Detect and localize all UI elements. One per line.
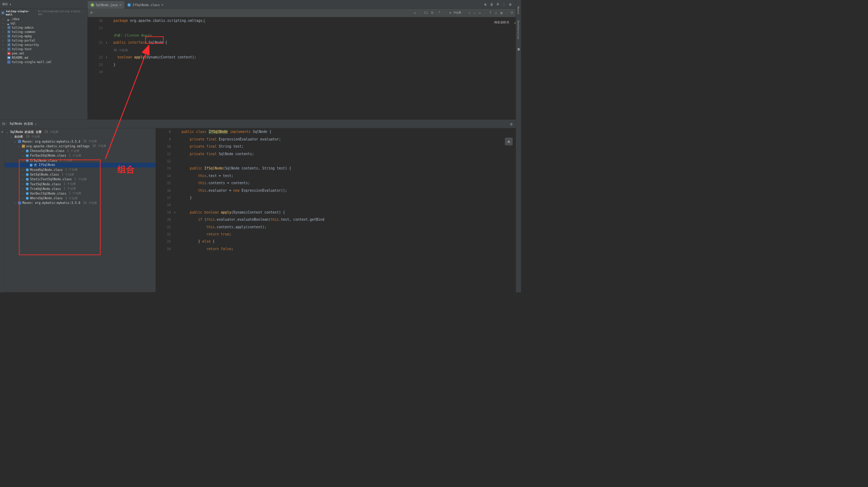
words-icon[interactable]: W <box>431 11 433 15</box>
tree-item[interactable]: ›▃.idea <box>0 17 87 21</box>
result-node[interactable]: ›CWhereSqlNode.class1 个结果 <box>6 196 156 201</box>
editor-ifsqlnode[interactable]: 8910111213141516171819⬆2021222324 public… <box>156 128 521 292</box>
java-file-icon: J <box>91 3 94 7</box>
tree-item-label: .idea <box>10 17 19 21</box>
settings-icon[interactable]: ⚲ <box>511 11 513 15</box>
add-selection-icon[interactable]: ⤒ <box>489 11 492 15</box>
result-node[interactable]: ›CStaticTextSqlNode.class1 个结果 <box>6 177 156 182</box>
reader-mode-label[interactable]: 阅读器模式 <box>494 20 509 24</box>
select-all-icon[interactable]: ▭ <box>479 11 481 15</box>
restservices-tool[interactable]: RestServices <box>517 21 520 39</box>
folder-icon: ▃ <box>7 22 9 25</box>
annotation-label: 组合 <box>117 163 135 175</box>
tree-item[interactable]: ›▢tuling-portal <box>0 38 87 43</box>
folder-icon: ▃ <box>7 17 9 20</box>
module-icon: ▢ <box>7 47 10 51</box>
result-node[interactable]: ›CTrimSqlNode.class1 个结果 <box>6 186 156 191</box>
project-root[interactable]: ▢ tuling-single-mall D:\TuLingCode\tulin… <box>0 9 87 17</box>
tree-item-label: sql <box>10 22 16 25</box>
code-area[interactable]: public class IfSqlNode implements SqlNod… <box>173 128 324 292</box>
toggle-icon[interactable]: ⤓ <box>495 11 497 15</box>
result-node[interactable]: ⌄CIfSqlNode.class1 个结果 <box>6 158 156 163</box>
override-gutter-icon[interactable]: ⬆ <box>174 209 175 216</box>
tree-item-label: tuling-mpbg <box>12 34 32 38</box>
module-icon: ▢ <box>7 30 10 33</box>
implements-gutter-icon[interactable]: ⬇ <box>106 54 107 61</box>
close-icon[interactable]: × <box>35 122 37 125</box>
class-icon: C <box>26 197 29 200</box>
package-icon <box>22 145 25 148</box>
project-root-path: D:\TuLingCode\tuling-single-mal <box>38 10 86 16</box>
module-icon: ▢ <box>7 39 10 42</box>
tree-item[interactable]: tuling-single-mall.iml <box>0 60 87 64</box>
find-toolbar: Q⁺ ↻ | Cc W .* 0 个结果 ↑ ↓ ▭ | ⤒ ⤓ ▦ | ⚲ ▼… <box>88 9 521 17</box>
implements-gutter-icon[interactable]: ⬇ <box>106 39 107 46</box>
project-dropdown[interactable]: 项目 ▾ <box>0 2 13 6</box>
tab-ifsqlnode-class[interactable]: C IfSqlNode.class × <box>124 1 167 9</box>
tree-item[interactable]: ›▢tuling-security <box>0 43 87 47</box>
redo-icon[interactable]: ↻ <box>414 11 416 15</box>
result-node[interactable]: ⌄未分类20 个结果 <box>6 134 156 139</box>
close-icon[interactable]: × <box>119 3 121 7</box>
result-node[interactable]: ⌄Maven: org.mybatis:mybatis:3.5.410 个结果 <box>6 139 156 144</box>
tree-item[interactable]: ›▢tuling-admin <box>0 25 87 30</box>
project-label: 项目 <box>2 2 8 6</box>
library-icon <box>18 201 21 204</box>
result-count: 0 个结果 <box>449 11 461 15</box>
file-icon <box>7 60 10 63</box>
tree-item-label: tuling-admin <box>12 26 34 29</box>
usages-results-panel: < ⌄SqlNode 的实现 位置20 个结果⌄未分类20 个结果⌄Maven:… <box>0 128 156 292</box>
class-icon: C <box>26 149 29 152</box>
right-toolstrip: Maven RestServices 数据库 <box>516 0 521 292</box>
result-node[interactable]: ⌄org.apache.ibatis.scripting.xmltags10 个… <box>6 144 156 148</box>
tree-item[interactable]: ›▢tuling-mpbg <box>0 34 87 38</box>
result-node[interactable]: ⌄SqlNode 的实现 位置20 个结果 <box>6 130 156 134</box>
module-icon: ▢ <box>1 11 5 14</box>
module-icon: ▢ <box>7 26 10 29</box>
result-node[interactable]: ›CVarDeclSqlNode.class1 个结果 <box>6 191 156 196</box>
result-node[interactable]: ›Maven: org.mybatis:mybatis:3.5.610 个结果 <box>6 201 156 205</box>
library-icon <box>18 140 21 143</box>
project-tool-icons: ⊕ ≣ ≚ | ⚙ — <box>481 2 521 6</box>
code-area[interactable]: package org.apache.ibatis.scripting.xmlt… <box>105 17 205 112</box>
chevron-down-icon: ▾ <box>9 3 11 6</box>
close-icon[interactable]: × <box>161 3 164 7</box>
class-icon: C <box>26 192 29 195</box>
back-icon[interactable]: < <box>0 130 5 134</box>
result-node[interactable]: ›CTextSqlNode.class1 个结果 <box>6 182 156 186</box>
tree-item-label: tuling-single-mall.iml <box>12 60 52 64</box>
class-icon: C <box>30 164 33 167</box>
project-root-name: tuling-single-mall <box>6 9 36 16</box>
result-node[interactable]: ›CForEachSqlNode.class1 个结果 <box>6 153 156 158</box>
target-icon[interactable]: ⊕ <box>484 2 487 6</box>
find-prefix: 找: <box>2 122 7 126</box>
tree-item-label: README.md <box>12 56 28 59</box>
tree-item[interactable]: ›▃sql <box>0 21 87 25</box>
gear-icon[interactable]: ⚙ <box>509 2 512 6</box>
tree-item[interactable]: ›▢tuling-test <box>0 47 87 51</box>
tree-item[interactable]: mpom.xml <box>0 51 87 56</box>
collapse-icon[interactable]: ≚ <box>497 2 499 6</box>
tab-label: SqlNode.java <box>96 3 118 7</box>
tree-item-label: tuling-portal <box>12 39 35 42</box>
editor-sqlnode[interactable]: 1617 21⬇ 22⬇2324 package org.apache.ibat… <box>88 17 521 112</box>
search-icon[interactable]: Q⁺ <box>90 11 93 14</box>
class-icon: C <box>26 168 29 171</box>
regex-icon[interactable]: .* <box>436 11 440 15</box>
result-node[interactable]: ›CChooseSqlNode.class1 个结果 <box>6 149 156 153</box>
match-case-icon[interactable]: Cc <box>424 11 428 15</box>
prev-icon[interactable]: ↑ <box>468 11 471 15</box>
next-icon[interactable]: ↓ <box>473 11 476 15</box>
tree-item[interactable]: MDREADME.md <box>0 56 87 60</box>
top-toolbar: 项目 ▾ ⊕ ≣ ≚ | ⚙ — <box>0 0 521 9</box>
tree-item-label: tuling-common <box>12 30 35 34</box>
tree-icon[interactable]: ≣ <box>491 2 493 6</box>
gear-icon[interactable]: ⚙ <box>510 121 513 126</box>
tab-sqlnode-java[interactable]: J SqlNode.java × <box>88 1 124 9</box>
filter-a-icon[interactable]: ▦ <box>500 11 502 15</box>
class-icon: C <box>26 159 29 162</box>
tree-item[interactable]: ›▢tuling-common <box>0 30 87 34</box>
find-tab-title[interactable]: SqlNode 的实现 <box>10 122 33 126</box>
maven-tool[interactable]: Maven <box>517 6 520 14</box>
structure-button[interactable]: ≡ <box>505 138 513 145</box>
